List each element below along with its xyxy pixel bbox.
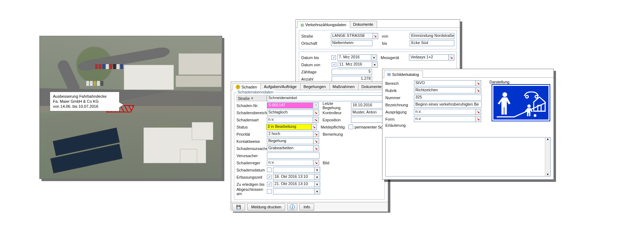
sign-preview (492, 85, 550, 121)
input-auspraegung[interactable]: n.v. (414, 109, 475, 115)
input-kontrolleur[interactable]: Muster, Anton (351, 110, 382, 116)
input-dmg-strasse[interactable]: Schneiderwinkel (267, 95, 382, 101)
input-erreger[interactable]: n.v. (267, 160, 313, 166)
lookup-icon[interactable]: ↘ (313, 131, 319, 137)
label-art: Schadensart (236, 118, 267, 122)
checkbox-datum-von[interactable]: ✓ (332, 62, 336, 67)
svg-point-3 (527, 105, 531, 108)
checkbox-erledigen[interactable]: ✓ (267, 182, 272, 187)
input-kontakt[interactable]: Begehung (267, 138, 313, 144)
save-icon-button[interactable]: 💾 (232, 203, 245, 210)
lookup-icon[interactable]: ↘ (313, 160, 319, 166)
textarea-erlaeuterung[interactable] (385, 137, 551, 176)
input-strasse[interactable]: LANGE STRASSE (331, 33, 373, 39)
label-prio: Priorität (236, 132, 267, 136)
label-exposition: Exposition (322, 118, 351, 122)
lookup-icon[interactable]: ↘ (313, 117, 319, 123)
label-bereich: Schadensbereich (236, 111, 267, 115)
input-ortschaft[interactable]: Niefernheim (331, 40, 373, 46)
tab-begehungen[interactable]: Begehungen (300, 83, 330, 90)
input-status[interactable]: 3 in Bearbeitung (266, 124, 312, 130)
checkbox-sdatum[interactable] (267, 168, 272, 172)
input-bezeichnung[interactable]: Beginn eines verkehrsberuhigten Be (414, 102, 482, 108)
tab-traffic-data[interactable]: ▤ Verkehrszählungsdaten (297, 21, 350, 28)
input-prio[interactable]: 2 hoch (267, 131, 313, 137)
lookup-icon[interactable]: ↘ (475, 116, 481, 122)
input-erledigen[interactable]: 21. Okt 2016 13:10 (273, 181, 314, 187)
input-anzahl[interactable]: 1.278 (332, 76, 372, 82)
groupbox-legend: Schadenskenndaten (236, 90, 274, 94)
input-schaden-nr[interactable]: S-001147 (267, 102, 313, 108)
tab-schilderkatalog[interactable]: ▤ Schilderkatalog (384, 71, 423, 78)
input-datum-von[interactable]: 11. Mrz 2016 (338, 62, 372, 68)
input-zaehltage[interactable]: 5 (332, 69, 372, 75)
svg-point-1 (535, 95, 538, 98)
dropdown-icon[interactable]: ▾ (372, 62, 378, 68)
label-datum-von: Datum von (301, 63, 332, 67)
scrollbar[interactable]: ▲ ▼ (545, 137, 550, 176)
tab-dokumente[interactable]: Dokumente (358, 83, 385, 90)
input-von[interactable]: Einmündung Nordstraße (410, 33, 454, 39)
callout-line: von 14.06. bis 10.07.2016 (53, 104, 116, 109)
callout-line: Fa. Maier GmbH & Co KG (53, 99, 116, 104)
info-icon-button[interactable]: i (287, 203, 297, 210)
tab-traffic-docs[interactable]: Dokumente (350, 21, 377, 28)
scroll-down-icon[interactable]: ▼ (546, 173, 549, 176)
lookup-icon[interactable]: ↘ (313, 110, 319, 116)
print-button[interactable]: Meldung drucken (247, 203, 285, 210)
warning-icon: ! (236, 85, 240, 89)
dropdown-icon[interactable]: ▾ (371, 54, 377, 60)
tab-massnahmen[interactable]: Maßnahmen (330, 83, 359, 90)
lookup-icon[interactable]: ↘ (475, 87, 481, 93)
dropdown-icon[interactable]: ▾ (314, 167, 320, 173)
input-messgeraet[interactable]: Vedasys 1+2 (409, 54, 449, 60)
stepper-icon[interactable]: ↕ (313, 102, 319, 108)
input-letzte[interactable]: 18.10.2016 (351, 102, 382, 108)
checkbox-datum-bis[interactable]: ✓ (331, 55, 336, 60)
lookup-icon[interactable]: ↘ (372, 33, 379, 39)
dropdown-icon[interactable]: ▾ (314, 174, 320, 180)
svg-point-2 (502, 92, 507, 97)
dropdown-icon[interactable]: ▾ (314, 181, 320, 187)
tab-aufgaben[interactable]: Aufgaben/Aufträge (260, 83, 301, 90)
list-icon: ▤ (387, 72, 391, 77)
label-schaden-nr: Schaden-Nr. (236, 103, 267, 108)
checkbox-meldepflichtig[interactable] (348, 125, 353, 129)
input-abgeschl[interactable] (273, 188, 314, 194)
input-erfzeit[interactable]: 18. Okt 2016 13:10 (273, 174, 314, 180)
checkbox-abgeschl[interactable] (267, 189, 272, 194)
lookup-icon[interactable]: ↘ (475, 109, 481, 115)
diskette-icon: 💾 (236, 205, 241, 209)
input-exposition[interactable] (351, 117, 382, 123)
label-ursache: Schadensursache (236, 146, 267, 151)
lookup-icon[interactable]: ↘ (475, 80, 481, 86)
input-bereich[interactable]: Schlagloch (267, 110, 313, 116)
input-verursacher[interactable] (267, 152, 319, 159)
input-rubrik[interactable]: Richtzeichen (414, 87, 475, 93)
input-bis[interactable]: Ecke Süd (410, 40, 454, 46)
input-sdatum[interactable] (273, 167, 314, 173)
lookup-icon[interactable]: ↘ (313, 145, 319, 151)
checkbox-erfzeit[interactable]: ✓ (267, 175, 272, 179)
scroll-up-icon[interactable]: ▲ (546, 137, 549, 141)
tab-schaden[interactable]: ! Schaden (233, 83, 261, 90)
label-form: Form (385, 117, 414, 121)
input-form[interactable]: n.v. (414, 116, 475, 122)
lookup-icon[interactable]: ↘ (313, 138, 319, 144)
label-zaehltage: Zähltage (301, 70, 332, 74)
info-button[interactable]: Info (299, 203, 314, 210)
label-ortschaft: Ortschaft (301, 41, 331, 45)
input-datum-bis[interactable]: 7. Mrz 2016 (337, 54, 371, 60)
input-ursache[interactable]: Grabearbeiten (267, 145, 313, 151)
input-art[interactable]: n.v. (267, 117, 313, 123)
label-sdatum: Schadensdatum (236, 168, 267, 172)
label-bemerkung: Bemerkung (323, 132, 351, 136)
label-von: von (382, 34, 410, 38)
aerial-map: Ausbesserung Fahrbahndecke Fa. Maier Gmb… (39, 36, 222, 179)
lookup-icon[interactable]: ↘ (448, 54, 454, 60)
input-nummer[interactable]: 325 (414, 95, 482, 101)
dropdown-icon[interactable]: ▾ (314, 188, 320, 194)
lookup-icon[interactable]: ↘ (311, 124, 317, 130)
label-erlaeuterung: Erläuterung (385, 123, 414, 127)
input-sbereich[interactable]: StVO (414, 80, 475, 86)
